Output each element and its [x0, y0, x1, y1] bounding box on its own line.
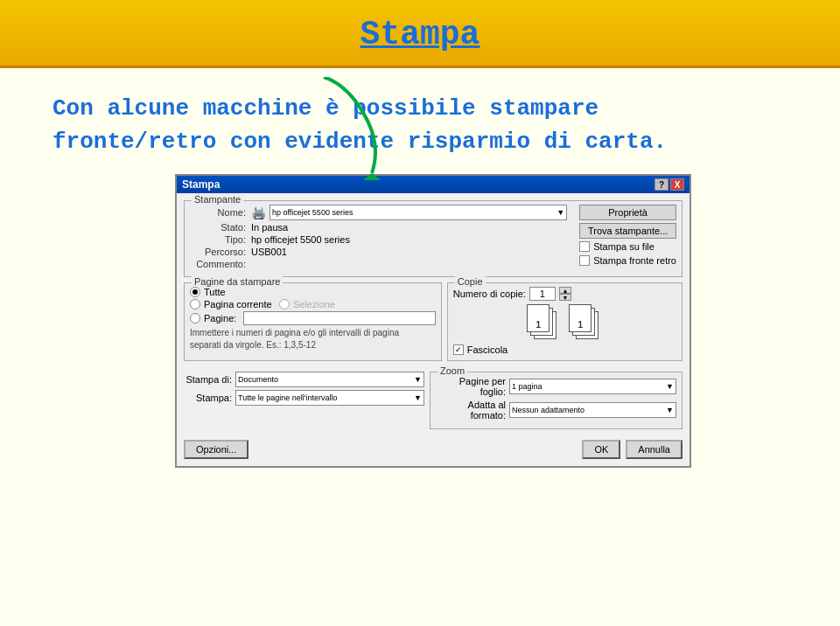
stampa-arrow: ▼	[414, 393, 422, 402]
corrente-row: Pagina corrente	[190, 299, 272, 310]
stampa-di-section: Stampa di: Documento ▼ Stampa: Tutte le …	[184, 372, 424, 435]
fascicola-row: ✓ Fascicola	[453, 344, 676, 355]
stato-val: In pausa	[251, 222, 567, 233]
dialog-box: Stampa ? X Stampante Nome:	[175, 174, 691, 468]
main-content: Con alcune macchine è possibile stampare…	[0, 68, 840, 485]
stampa-file-label: Stampa su file	[593, 241, 654, 252]
tutte-row: Tutte	[190, 287, 436, 297]
dialog-titlebar: Stampa ? X	[177, 176, 690, 193]
pagine-section: Pagine da stampare Tutte Pagina corrente	[184, 282, 442, 361]
stampa-row: Stampa: Tutte le pagine nell'intervallo …	[184, 390, 424, 406]
arrow-indicator	[298, 77, 402, 195]
radio-selezione	[279, 299, 290, 310]
radio-pagine-label: Pagine:	[204, 313, 236, 323]
close-button[interactable]: X	[670, 178, 684, 191]
stampa-combo[interactable]: Tutte le pagine nell'intervallo ▼	[235, 390, 424, 406]
stampa-file-row: Stampa su file	[579, 241, 676, 252]
commento-label: Commento:	[190, 259, 251, 269]
bottom-sections: Stampa di: Documento ▼ Stampa: Tutte le …	[184, 372, 682, 435]
radio-tutte[interactable]	[190, 287, 200, 297]
opzioni-button[interactable]: Opzioni...	[184, 440, 248, 459]
print-dialog: Stampa ? X Stampante Nome:	[175, 174, 691, 468]
trova-button[interactable]: Trova stampante...	[579, 223, 676, 239]
ok-cancel-buttons: OK Annulla	[582, 440, 682, 459]
spin-down[interactable]: ▼	[559, 294, 571, 301]
zoom-label: Zoom	[438, 365, 467, 376]
printer-name: hp officejet 5500 series	[272, 208, 353, 217]
tipo-row: Tipo: hp officejet 5500 series	[190, 234, 567, 245]
printer-select[interactable]: hp officejet 5500 series ▼	[270, 205, 567, 220]
fascicola-label: Fascicola	[467, 344, 508, 355]
stampa-di-combo[interactable]: Documento ▼	[235, 372, 424, 387]
dropdown-arrow: ▼	[556, 208, 564, 217]
num-copies-input[interactable]	[529, 287, 556, 301]
pagine-hint2: separati da virgole. Es.: 1,3,5-12	[190, 340, 436, 350]
radio-corrente[interactable]	[190, 299, 200, 310]
titlebar-buttons: ? X	[654, 178, 684, 191]
action-row: Opzioni... OK Annulla	[184, 440, 682, 459]
pagine-label: Pagine da stampare	[192, 276, 283, 287]
stato-row: Stato: In pausa	[190, 222, 567, 233]
text-line1: Con alcune macchine è possibile stampare	[52, 93, 788, 126]
fascicola-checkbox[interactable]: ✓	[453, 344, 464, 355]
dialog-body: Stampante Nome: 🖨️ hp officejet 5500 ser…	[177, 193, 690, 466]
pagine-hint1: Immettere i numeri di pagina e/o gli int…	[190, 328, 436, 337]
radio-pagine[interactable]	[190, 313, 200, 323]
zoom-section: Zoom Pagine per foglio: 1 pagina ▼ Adatt…	[430, 372, 682, 429]
copies-spinner: ▲ ▼	[559, 287, 571, 301]
tipo-label: Tipo:	[190, 234, 251, 245]
stato-label: Stato:	[190, 222, 251, 233]
stampante-section: Stampante Nome: 🖨️ hp officejet 5500 ser…	[184, 200, 682, 277]
copie-section: Copie Numero di copie: ▲ ▼	[447, 282, 682, 361]
num-copies-row: Numero di copie: ▲ ▼	[453, 287, 676, 301]
main-text-block: Con alcune macchine è possibile stampare…	[52, 93, 788, 158]
adatta-row: Adatta al formato: Nessun adattamento ▼	[436, 400, 676, 421]
adatta-combo[interactable]: Nessun adattamento ▼	[509, 402, 676, 418]
fronte-retro-checkbox[interactable]	[579, 255, 590, 266]
stampa-di-label: Stampa di:	[184, 374, 232, 385]
stampa-di-val: Documento	[238, 375, 278, 384]
text-line2: fronte/retro con evidente risparmio di c…	[52, 126, 788, 159]
adatta-arrow: ▼	[666, 406, 674, 414]
svg-marker-0	[363, 173, 381, 180]
right-buttons: Proprietà Trova stampante... Stampa su f…	[579, 205, 676, 271]
pagine-foglio-row: Pagine per foglio: 1 pagina ▼	[436, 376, 676, 397]
percorso-label: Percorso:	[190, 247, 251, 257]
pagine-foglio-val: 1 pagina	[512, 382, 542, 391]
middle-sections: Pagine da stampare Tutte Pagina corrente	[184, 282, 682, 366]
commento-row: Commento:	[190, 259, 567, 269]
stampa-label: Stampa:	[184, 393, 232, 403]
copies-icons: 2 1 2 1	[453, 304, 676, 341]
stampa-di-arrow: ▼	[414, 375, 422, 384]
stampa-val: Tutte le pagine nell'intervallo	[238, 393, 337, 402]
help-button[interactable]: ?	[654, 178, 668, 191]
nome-label: Nome:	[190, 207, 251, 218]
percorso-val: USB001	[251, 247, 567, 257]
fronte-retro-label: Stampa fronte retro	[593, 255, 676, 266]
uncollated-icon: 2 1	[527, 304, 560, 341]
num-copies-label: Numero di copie:	[453, 289, 526, 299]
radio-tutte-label: Tutte	[204, 287, 226, 297]
collated-icon: 2 1	[569, 304, 602, 341]
annulla-button[interactable]: Annulla	[626, 440, 682, 459]
adatta-label: Adatta al formato:	[436, 400, 506, 421]
printer-icon: 🖨️	[251, 205, 266, 219]
ok-button[interactable]: OK	[582, 440, 620, 459]
pagine-foglio-label: Pagine per foglio:	[436, 376, 506, 397]
proprieta-button[interactable]: Proprietà	[579, 205, 676, 220]
pagine-input[interactable]	[243, 311, 435, 325]
dialog-title: Stampa	[182, 178, 220, 191]
fronte-retro-row: Stampa fronte retro	[579, 255, 676, 266]
header: Stampa	[0, 0, 840, 68]
nome-row: Nome: 🖨️ hp officejet 5500 series ▼	[190, 205, 567, 220]
adatta-val: Nessun adattamento	[512, 406, 584, 414]
pagine-foglio-combo[interactable]: 1 pagina ▼	[509, 379, 676, 394]
page-title: Stampa	[360, 16, 480, 53]
copie-label: Copie	[455, 276, 486, 287]
selezione-row: Selezione	[279, 299, 335, 310]
radio-corrente-label: Pagina corrente	[204, 299, 272, 310]
percorso-row: Percorso: USB001	[190, 247, 567, 257]
spin-up[interactable]: ▲	[559, 287, 571, 294]
pagine-row: Pagine:	[190, 311, 436, 325]
stampa-file-checkbox[interactable]	[579, 241, 590, 252]
